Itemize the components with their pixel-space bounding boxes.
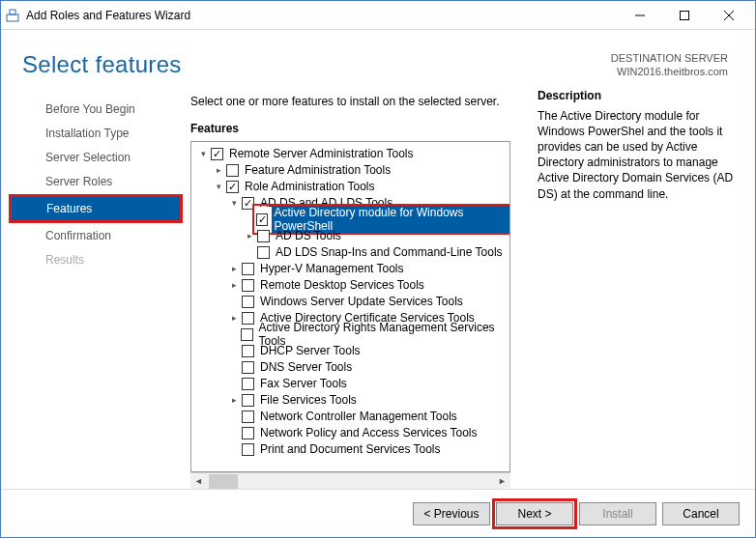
window-title: Add Roles and Features Wizard — [26, 9, 618, 22]
checkbox[interactable] — [242, 197, 254, 210]
expand-icon[interactable]: ▾ — [213, 182, 224, 191]
wizard-window: Add Roles and Features Wizard Select fea… — [0, 0, 756, 538]
tree-item[interactable]: ▸Remote Desktop Services Tools — [193, 277, 509, 294]
tree-item[interactable]: AD LDS Snap-Ins and Command-Line Tools — [193, 244, 509, 261]
expand-icon[interactable]: ▸ — [228, 313, 240, 323]
tree-label: Role Administration Tools — [243, 180, 377, 193]
nav-item-confirmation[interactable]: Confirmation — [11, 224, 181, 247]
window-buttons — [618, 1, 751, 30]
header: Select features DESTINATION SERVER WIN20… — [1, 30, 755, 85]
expand-icon[interactable]: ▾ — [228, 198, 240, 208]
expand-icon[interactable]: ▸ — [244, 231, 255, 241]
expand-icon[interactable]: ▸ — [228, 280, 240, 290]
checkbox[interactable] — [242, 296, 254, 308]
tree-item[interactable]: ▸Feature Administration Tools — [193, 162, 509, 179]
tree-label: AD DS Tools — [274, 229, 343, 242]
expand-icon[interactable]: ▸ — [228, 395, 240, 405]
tree-item[interactable]: Network Policy and Access Services Tools — [193, 425, 509, 441]
tree-label: AD LDS Snap-Ins and Command-Line Tools — [274, 245, 505, 259]
svg-rect-0 — [7, 14, 18, 21]
tree-label: Hyper-V Management Tools — [258, 262, 406, 275]
tree-label: Windows Server Update Services Tools — [258, 295, 465, 308]
nav-item-results: Results — [11, 248, 181, 271]
tree-item[interactable]: ▾Role Administration Tools — [193, 179, 509, 195]
svg-rect-1 — [10, 10, 15, 14]
nav-item-installation-type[interactable]: Installation Type — [11, 122, 181, 145]
tree-item[interactable]: Active Directory module for Windows Powe… — [193, 212, 509, 228]
tree-item[interactable]: ▾Remote Server Administration Tools — [193, 146, 509, 162]
tree-label: DNS Server Tools — [258, 360, 354, 374]
previous-button[interactable]: < Previous — [413, 502, 490, 525]
nav-sidebar: Before You BeginInstallation TypeServer … — [1, 89, 190, 489]
checkbox[interactable] — [257, 246, 270, 259]
destination-server: WIN2016.theitbros.com — [611, 65, 728, 78]
horizontal-scrollbar[interactable]: ◄ ► — [190, 472, 510, 489]
tree-item[interactable]: Windows Server Update Services Tools — [193, 294, 509, 310]
nav-item-before-you-begin[interactable]: Before You Begin — [11, 98, 181, 121]
checkbox[interactable] — [241, 328, 252, 341]
scroll-left-button[interactable]: ◄ — [190, 473, 207, 490]
checkbox[interactable] — [242, 279, 254, 292]
checkbox[interactable] — [242, 411, 254, 423]
tree-label: File Services Tools — [258, 393, 359, 407]
tree-label: Print and Document Services Tools — [258, 442, 443, 456]
page-title: Select features — [22, 51, 182, 78]
destination-info: DESTINATION SERVER WIN2016.theitbros.com — [611, 51, 728, 79]
next-button[interactable]: Next > — [496, 502, 573, 525]
checkbox[interactable] — [257, 230, 270, 242]
instruction-text: Select one or more features to install o… — [190, 95, 510, 108]
checkbox[interactable] — [242, 263, 254, 275]
features-label: Features — [190, 122, 510, 135]
tree-label: Remote Server Administration Tools — [227, 147, 416, 160]
nav-item-server-selection[interactable]: Server Selection — [11, 146, 181, 169]
tree-item[interactable]: Fax Server Tools — [193, 376, 509, 392]
tree-label: Feature Administration Tools — [243, 163, 393, 177]
footer: < Previous Next > Install Cancel — [1, 489, 755, 537]
scroll-track[interactable] — [207, 473, 494, 490]
scroll-thumb[interactable] — [209, 474, 238, 489]
tree-label: DHCP Server Tools — [258, 344, 363, 357]
tree-label: Fax Server Tools — [258, 377, 349, 390]
tree-item[interactable]: Network Controller Management Tools — [193, 409, 509, 425]
maximize-button[interactable] — [662, 1, 707, 30]
expand-icon[interactable]: ▸ — [228, 264, 240, 273]
expand-icon[interactable]: ▾ — [197, 149, 209, 158]
description-text: The Active Directory module for Windows … — [538, 108, 736, 202]
expand-icon[interactable]: ▸ — [213, 165, 224, 175]
checkbox[interactable] — [242, 443, 254, 456]
checkbox[interactable] — [226, 181, 239, 193]
nav-item-features[interactable]: Features — [12, 197, 180, 220]
minimize-button[interactable] — [618, 1, 662, 30]
checkbox[interactable] — [211, 148, 223, 160]
tree-item[interactable]: ▸File Services Tools — [193, 392, 509, 409]
nav-item-server-roles[interactable]: Server Roles — [11, 170, 181, 193]
destination-label: DESTINATION SERVER — [611, 51, 728, 65]
checkbox[interactable] — [242, 394, 254, 407]
titlebar: Add Roles and Features Wizard — [1, 1, 755, 30]
features-tree[interactable]: ▾Remote Server Administration Tools▸Feat… — [190, 141, 510, 472]
checkbox[interactable] — [242, 312, 254, 325]
tree-item[interactable]: Active Directory Rights Management Servi… — [193, 326, 509, 343]
checkbox[interactable] — [242, 361, 254, 374]
tree-item[interactable]: DNS Server Tools — [193, 359, 509, 376]
checkbox[interactable] — [256, 213, 268, 226]
tree-item[interactable]: ▸Hyper-V Management Tools — [193, 261, 509, 277]
tree-label: Remote Desktop Services Tools — [258, 278, 426, 292]
tree-label: Network Policy and Access Services Tools — [258, 426, 480, 439]
checkbox[interactable] — [242, 345, 254, 357]
scroll-right-button[interactable]: ► — [494, 473, 510, 490]
install-button[interactable]: Install — [579, 502, 656, 525]
checkbox[interactable] — [242, 427, 254, 439]
description-label: Description — [538, 89, 736, 102]
app-icon — [5, 8, 20, 23]
checkbox[interactable] — [242, 378, 254, 390]
cancel-button[interactable]: Cancel — [662, 502, 740, 525]
tree-label: Network Controller Management Tools — [258, 410, 459, 423]
checkbox[interactable] — [226, 164, 239, 177]
svg-rect-3 — [681, 11, 689, 19]
close-button[interactable] — [707, 1, 751, 30]
tree-item[interactable]: Print and Document Services Tools — [193, 441, 509, 458]
